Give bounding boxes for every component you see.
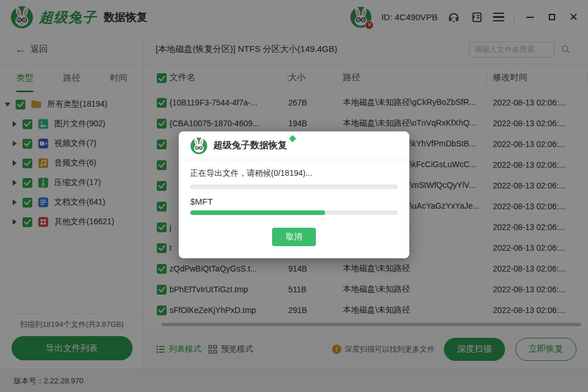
- export-status-text: 正在导出文件，请稍候(0/18194)...: [190, 168, 398, 179]
- dialog-body: 正在导出文件，请稍候(0/18194)... $MFT 取消: [179, 160, 409, 246]
- app-window: 超级兔子 数据恢复 V ID: 4: [0, 0, 588, 392]
- dialog-header: 超级兔子数据恢复: [179, 131, 409, 160]
- export-progress-bar: [190, 184, 398, 189]
- export-progress-dialog: 超级兔子数据恢复 正在导出文件，请稍候(0/18194)... $MFT 取消: [179, 131, 409, 258]
- dialog-rabbit-logo-icon: [190, 137, 208, 154]
- current-file-label: $MFT: [190, 197, 398, 206]
- dialog-title: 超级兔子数据恢复: [213, 140, 287, 152]
- sparkle-icon: [289, 135, 296, 142]
- cancel-button[interactable]: 取消: [272, 228, 316, 246]
- file-progress-bar: [190, 210, 398, 215]
- file-progress-fill: [190, 210, 325, 215]
